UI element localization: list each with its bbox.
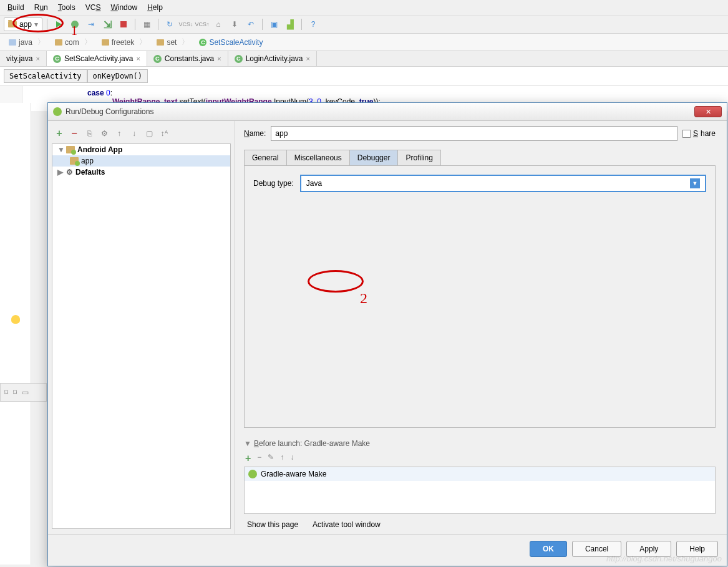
code-class[interactable]: SetScaleActivity [4, 69, 87, 83]
android-button[interactable]: ▟ [283, 17, 297, 31]
debugger-tab-content: Debug type: Java ▼ [244, 165, 716, 428]
vcs-pull[interactable]: VCS↓ [179, 17, 193, 31]
folder-icon [9, 39, 16, 46]
crumb-freetek[interactable]: freetek [97, 36, 152, 49]
run-debug-config-dialog: Run/Debug Configurations ✕ + − ⎘ ⚙ ↑ ↓ ▢… [47, 102, 727, 566]
close-icon[interactable]: × [306, 55, 310, 62]
crumb-java[interactable]: java [4, 36, 50, 49]
chevron-down-icon: ▼ [690, 178, 700, 188]
menu-vcs[interactable]: VCS [80, 1, 106, 14]
avd-button[interactable]: ⌂ [211, 17, 225, 31]
close-icon[interactable]: × [217, 55, 221, 62]
close-icon[interactable]: × [36, 55, 39, 62]
menu-tools[interactable]: Tools [53, 1, 80, 14]
vcs-push[interactable]: VCS↑ [195, 17, 209, 31]
bl-up-button[interactable]: ↑ [280, 453, 284, 464]
download-icon: ⬇ [231, 20, 238, 29]
watermark: http://blog.csdn.net/shuguangoo [606, 554, 722, 563]
crumb-class[interactable]: CSetScaleActivity [194, 37, 273, 48]
tab-login[interactable]: CLoginActivity.java× [228, 51, 317, 66]
crumb-set[interactable]: set [152, 36, 194, 49]
config-detail-panel: Name: Share General Miscellaneous Debugg… [235, 121, 727, 534]
debug-type-select[interactable]: Java ▼ [300, 175, 706, 192]
config-tree[interactable]: ▼Android App app ▶⚙Defaults [52, 143, 231, 529]
undo-button[interactable]: ↶ [244, 17, 258, 31]
menu-help[interactable]: Help [142, 1, 168, 14]
package-icon [102, 39, 109, 46]
tree-defaults[interactable]: ▶⚙Defaults [52, 167, 230, 178]
config-tree-panel: + − ⎘ ⚙ ↑ ↓ ▢ ↕ᴬ ▼Android App app ▶⚙Defa… [48, 121, 235, 534]
menu-run[interactable]: Run [29, 1, 53, 14]
before-launch-section: ▼ Before launch: Gradle-aware Make + − ✎… [244, 437, 716, 529]
sync-button[interactable]: ↻ [163, 17, 177, 31]
collapse-arrow-icon[interactable]: ▼ [244, 439, 251, 448]
menu-window[interactable]: Window [105, 1, 142, 14]
tab-profiling[interactable]: Profiling [397, 150, 440, 165]
run-button[interactable] [52, 17, 66, 31]
bl-edit-button[interactable]: ✎ [268, 453, 274, 464]
close-icon[interactable]: × [136, 55, 140, 62]
intention-bulb-icon[interactable] [11, 315, 20, 324]
tab-constants[interactable]: CConstants.java× [147, 51, 228, 66]
help-icon: ? [311, 20, 316, 29]
name-input[interactable] [271, 126, 677, 141]
gradle-icon [248, 470, 257, 478]
tree-android-app[interactable]: ▼Android App [52, 144, 230, 155]
tool-icon2[interactable]: ⌑ [13, 388, 17, 397]
structure-button[interactable]: ▣ [267, 17, 281, 31]
chevron-down-icon: ▾ [34, 20, 38, 29]
dialog-close-button[interactable]: ✕ [694, 106, 722, 117]
sync-icon: ↻ [167, 20, 173, 29]
before-launch-toolbar: + − ✎ ↑ ↓ [244, 450, 716, 467]
tool-icon3[interactable]: ▭ [22, 388, 29, 397]
tab-misc[interactable]: Miscellaneous [286, 150, 350, 165]
menu-build[interactable]: BBuilduild [2, 1, 29, 14]
code-method[interactable]: onKeyDown() [87, 69, 148, 83]
activate-tool-window-checkbox[interactable]: Activate tool window [309, 520, 381, 529]
show-this-page-checkbox[interactable]: Show this page [244, 520, 298, 529]
attach-button[interactable]: ⇲ [100, 17, 114, 31]
help-button[interactable]: ? [306, 17, 320, 31]
debug-type-value: Java [306, 179, 322, 188]
dialog-titlebar[interactable]: Run/Debug Configurations ✕ [48, 103, 727, 121]
copy-button[interactable]: ⎘ [84, 128, 94, 138]
tree-app[interactable]: app [52, 155, 230, 167]
ok-button[interactable]: OK [530, 541, 567, 557]
share-checkbox[interactable]: Share [682, 129, 716, 138]
sdk-button[interactable]: ⬇ [228, 17, 241, 31]
stop-button[interactable] [117, 17, 130, 31]
tab-setscale[interactable]: CSetScaleActivity.java× [47, 51, 147, 66]
toolbar-btn1[interactable]: ▦ [140, 17, 153, 31]
tool-icon[interactable]: ⌑ [4, 388, 8, 397]
bl-down-button[interactable]: ↓ [290, 453, 294, 464]
remove-button[interactable]: − [69, 128, 79, 138]
down-button[interactable]: ↓ [129, 128, 139, 138]
android-icon: ▟ [287, 19, 294, 29]
dialog-title-text: Run/Debug Configurations [66, 107, 694, 116]
stop-icon [120, 21, 127, 27]
tab-debugger[interactable]: Debugger [349, 150, 399, 165]
main-toolbar: app ▾ ⇥ ⇲ ▦ ↻ VCS↓ VCS↑ ⌂ ⬇ ↶ ▣ ▟ ? [0, 16, 728, 34]
add-button[interactable]: + [54, 128, 64, 138]
app-icon [53, 107, 62, 116]
tab-vity[interactable]: vity.java× [0, 51, 47, 66]
settings-button[interactable]: ⚙ [99, 128, 109, 138]
sort-button[interactable]: ↕ᴬ [159, 128, 169, 138]
run-config-selector[interactable]: app ▾ [4, 17, 42, 31]
package-icon [157, 39, 164, 46]
before-launch-item[interactable]: Gradle-aware Make [245, 467, 715, 481]
checkbox-icon [682, 130, 691, 138]
debug-toolbar-btn[interactable]: ⇥ [84, 17, 98, 31]
tab-general[interactable]: General [244, 150, 287, 165]
before-launch-label: Before launch: Gradle-aware Make [254, 439, 370, 448]
before-launch-list[interactable]: Gradle-aware Make [244, 467, 716, 514]
bl-add-button[interactable]: + [245, 453, 251, 464]
folder-button[interactable]: ▢ [144, 128, 154, 138]
run-config-label: app [19, 20, 32, 29]
config-tabs: General Miscellaneous Debugger Profiling [244, 150, 716, 165]
up-button[interactable]: ↑ [114, 128, 124, 138]
vcs-up-icon: VCS↑ [195, 21, 210, 27]
package-icon [55, 39, 62, 46]
bl-remove-button[interactable]: − [257, 453, 261, 464]
class-icon: C [53, 55, 61, 63]
